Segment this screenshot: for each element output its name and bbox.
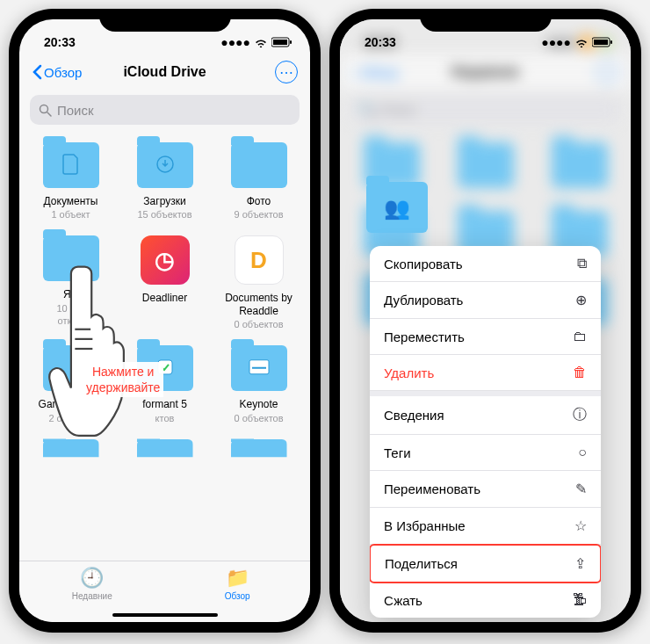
app-icon: ◷ xyxy=(141,235,190,285)
folder-item[interactable]: DDocuments by Readdle0 объектов xyxy=(213,232,305,338)
item-name: Документы xyxy=(44,195,98,207)
tag-icon: ○ xyxy=(578,445,587,460)
item-name: Deadliner xyxy=(142,292,187,304)
folder-item[interactable]: Я к10 товоткры xyxy=(25,232,117,338)
search-placeholder: Поиск xyxy=(57,103,94,118)
folder-glyph-icon xyxy=(155,154,176,179)
menu-item-share[interactable]: Поделиться⇪ xyxy=(370,544,601,583)
battery-icon xyxy=(592,37,613,47)
svg-rect-1 xyxy=(273,40,287,45)
ellipsis-icon: ⋯ xyxy=(279,64,294,81)
svg-rect-14 xyxy=(610,40,612,44)
wifi-icon xyxy=(254,37,268,47)
menu-item-label: Скопировать xyxy=(384,257,463,271)
chevron-left-icon xyxy=(32,64,42,80)
folder-item-partial[interactable] xyxy=(119,436,211,501)
notch xyxy=(420,9,552,32)
menu-item-label: Переместить xyxy=(384,329,465,344)
menu-item-label: Сведения xyxy=(384,408,444,423)
star-icon: ☆ xyxy=(574,517,587,534)
folder-item[interactable]: Загрузки15 объектов xyxy=(119,139,211,228)
folder-icon xyxy=(43,439,99,485)
tab-recent-label: Недавние xyxy=(72,591,112,601)
menu-item-label: Сжать xyxy=(384,593,422,608)
folder-icon: 📁 xyxy=(226,567,249,590)
folder-icon xyxy=(137,439,193,485)
wifi-icon xyxy=(574,37,589,47)
item-name: Gara для iOS xyxy=(39,398,104,410)
back-label: Обзор xyxy=(44,65,82,80)
folder-icon xyxy=(137,142,193,188)
item-meta: 0 объектов xyxy=(234,319,283,329)
nav-title: iCloud Drive xyxy=(123,64,206,80)
menu-item-folder[interactable]: Переместить🗀 xyxy=(370,319,601,355)
menu-item-copy[interactable]: Скопировать⧉ xyxy=(370,246,601,282)
folder-item[interactable]: Keynote0 объектов xyxy=(213,342,305,431)
archive-icon: 🗜 xyxy=(573,592,587,608)
clock-icon: 🕘 xyxy=(80,567,104,590)
folder-icon xyxy=(231,439,287,485)
more-button[interactable]: ⋯ xyxy=(275,61,298,83)
status-icons: ●●●● xyxy=(541,35,613,49)
item-name: Documents by Readdle xyxy=(217,292,301,317)
people-icon: 👥 xyxy=(384,196,410,221)
folder-item[interactable]: Фото9 объектов xyxy=(213,139,305,228)
copy-icon: ⧉ xyxy=(577,256,587,271)
back-button[interactable]: Обзор xyxy=(32,64,82,80)
item-meta: 10 тов xyxy=(56,303,84,314)
share-icon: ⇪ xyxy=(574,555,586,572)
menu-item-label: В Избранные xyxy=(384,518,466,533)
tab-browse-label: Обзор xyxy=(225,591,250,601)
home-indicator[interactable] xyxy=(112,613,218,617)
phone-left: 20:33 ●●●● Обзор iCloud Drive ⋯ Поиск До… xyxy=(9,9,321,633)
pencil-icon: ✎ xyxy=(575,481,587,497)
signal-icon: ●●●● xyxy=(541,35,571,49)
folder-glyph-icon xyxy=(248,358,271,380)
item-name: Загрузки xyxy=(143,195,185,207)
item-meta: 15 объектов xyxy=(137,209,191,220)
menu-item-dup[interactable]: Дублировать⊕ xyxy=(370,282,601,319)
menu-item-trash[interactable]: Удалить🗑 xyxy=(370,355,601,391)
signal-icon: ●●●● xyxy=(220,35,250,49)
item-name: Keynote xyxy=(239,398,278,410)
folder-icon xyxy=(231,345,287,391)
item-name: Фото xyxy=(247,195,271,207)
menu-item-star[interactable]: В Избранные☆ xyxy=(370,508,601,545)
menu-item-archive[interactable]: Сжать🗜 xyxy=(370,582,601,618)
svg-point-3 xyxy=(40,105,48,112)
dup-icon: ⊕ xyxy=(575,292,587,308)
item-meta: 0 объектов xyxy=(234,413,283,423)
search-bar[interactable]: Поиск xyxy=(30,95,300,125)
phone-right: 20:33●●●● 📶 🔋 ‹ ОбзорНедавние⋯ 🔍 Поиск xyxy=(329,9,641,633)
app-icon: D xyxy=(235,235,284,285)
screen-left: 20:33 ●●●● Обзор iCloud Drive ⋯ Поиск До… xyxy=(19,19,310,622)
folder-item[interactable]: ◷Deadliner xyxy=(119,232,211,338)
status-icons: ●●●● xyxy=(220,35,292,49)
folder-item-partial[interactable] xyxy=(213,436,305,501)
trash-icon: 🗑 xyxy=(573,365,587,380)
search-icon xyxy=(39,104,52,117)
item-meta: 1 объект xyxy=(51,209,90,220)
status-time: 20:33 xyxy=(365,35,396,49)
screen-right: 20:33●●●● 📶 🔋 ‹ ОбзорНедавние⋯ 🔍 Поиск xyxy=(340,19,631,622)
menu-item-tag[interactable]: Теги○ xyxy=(370,435,601,471)
item-meta: 2 объекта xyxy=(48,413,92,423)
file-grid[interactable]: Документы1 объектЗагрузки15 объектовФото… xyxy=(19,130,310,604)
svg-rect-8 xyxy=(252,367,266,369)
menu-item-label: Поделиться xyxy=(385,556,458,571)
menu-item-info[interactable]: Сведенияⓘ xyxy=(370,396,601,435)
status-time: 20:33 xyxy=(44,35,76,49)
menu-item-label: Теги xyxy=(384,445,411,460)
menu-item-label: Дублировать xyxy=(384,293,463,308)
tab-recent[interactable]: 🕘 Недавние xyxy=(19,561,165,606)
svg-rect-2 xyxy=(290,40,292,44)
folder-item[interactable]: Документы1 объект xyxy=(25,139,117,228)
tab-browse[interactable]: 📁 Обзор xyxy=(165,561,311,606)
notch xyxy=(99,9,231,32)
pointer-instruction: Нажмите и удерживайте xyxy=(83,362,163,397)
selected-folder-preview[interactable]: 👥 xyxy=(366,182,428,240)
menu-item-pencil[interactable]: Переименовать✎ xyxy=(370,471,601,508)
folder-icon: 🗀 xyxy=(573,329,587,344)
nav-bar: Обзор iCloud Drive ⋯ xyxy=(19,54,310,90)
folder-item-partial[interactable] xyxy=(25,436,117,501)
